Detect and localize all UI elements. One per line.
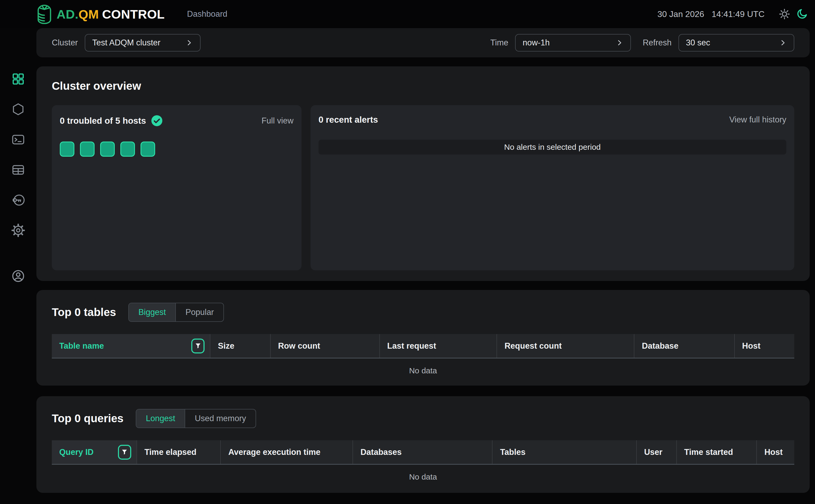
alerts-empty-message: No alerts in selected period bbox=[318, 140, 786, 155]
header-right: 30 Jan 2026 14:41:49 UTC bbox=[658, 8, 815, 20]
column-header-label: Host bbox=[742, 341, 761, 351]
cluster-select-value: Test ADQM cluster bbox=[92, 38, 160, 48]
full-view-link[interactable]: Full view bbox=[261, 116, 293, 126]
time-filter-group: Time now-1h bbox=[491, 34, 631, 52]
refresh-label: Refresh bbox=[643, 38, 672, 48]
column-header-label: Table name bbox=[59, 341, 104, 351]
sidebar-item-settings[interactable] bbox=[0, 215, 36, 245]
column-header-tables[interactable]: Tables bbox=[492, 440, 636, 464]
column-header-label: Size bbox=[218, 341, 234, 351]
column-header-label: Databases bbox=[360, 447, 401, 457]
column-header-label: User bbox=[644, 447, 663, 457]
host-status-square[interactable] bbox=[140, 142, 155, 157]
column-header-time-started[interactable]: Time started bbox=[676, 440, 757, 464]
column-header-label: Tables bbox=[500, 447, 526, 457]
top-queries-title: Top 0 queries bbox=[52, 412, 123, 425]
tab-used-memory[interactable]: Used memory bbox=[185, 409, 255, 428]
column-header-host[interactable]: Host bbox=[756, 440, 794, 464]
sidebar-item-dashboard[interactable] bbox=[0, 64, 36, 94]
top-queries-section: Top 0 queries Longest Used memory Query … bbox=[36, 396, 810, 493]
current-datetime: 30 Jan 2026 14:41:49 UTC bbox=[658, 9, 765, 19]
refresh-select[interactable]: 30 sec bbox=[679, 34, 794, 52]
column-header-databases[interactable]: Databases bbox=[352, 440, 492, 464]
cluster-overview-section: Cluster overview 0 troubled of 5 hosts bbox=[36, 66, 810, 281]
cluster-select[interactable]: Test ADQM cluster bbox=[85, 34, 200, 52]
column-header-label: Time elapsed bbox=[144, 447, 196, 457]
column-header-host[interactable]: Host bbox=[734, 334, 794, 358]
column-header-last-request[interactable]: Last request bbox=[379, 334, 497, 358]
sidebar-item-profile[interactable] bbox=[0, 261, 36, 291]
top-tables-tabs: Biggest Popular bbox=[128, 303, 224, 322]
time-select-value: now-1h bbox=[523, 38, 550, 48]
host-status-square[interactable] bbox=[120, 142, 135, 157]
chevron-right-icon bbox=[185, 39, 193, 47]
hexagon-icon bbox=[11, 102, 25, 116]
host-status-square[interactable] bbox=[80, 142, 95, 157]
filter-bar: Cluster Test ADQM cluster Time now-1h bbox=[36, 28, 810, 57]
host-status-square[interactable] bbox=[60, 142, 74, 157]
column-header-size[interactable]: Size bbox=[210, 334, 270, 358]
terminal-icon bbox=[11, 133, 25, 147]
overview-cards: 0 troubled of 5 hosts Full view bbox=[52, 105, 794, 270]
brand-logo[interactable]: AD.QMCONTROL bbox=[35, 3, 165, 25]
refresh-select-value: 30 sec bbox=[686, 38, 710, 48]
sidebar-item-tables[interactable] bbox=[0, 155, 36, 185]
check-circle-icon bbox=[151, 115, 163, 127]
column-header-table-name[interactable]: Table name bbox=[52, 334, 210, 358]
brand-name: AD.QMCONTROL bbox=[57, 7, 165, 22]
hosts-card-title: 0 troubled of 5 hosts bbox=[60, 115, 163, 127]
hosts-card-title-text: 0 troubled of 5 hosts bbox=[60, 116, 146, 126]
queries-no-data: No data bbox=[52, 465, 794, 489]
brand-qm: QM bbox=[78, 7, 99, 21]
alerts-card-header: 0 recent alerts View full history bbox=[318, 115, 786, 125]
tab-popular[interactable]: Popular bbox=[175, 303, 223, 321]
column-header-label: Database bbox=[642, 341, 679, 351]
column-header-query-id[interactable]: Query ID bbox=[52, 440, 136, 464]
cluster-label: Cluster bbox=[52, 38, 78, 48]
top-header: AD.QMCONTROL Dashboard 30 Jan 2026 14:41… bbox=[0, 0, 815, 28]
top-queries-tabs: Longest Used memory bbox=[136, 409, 256, 428]
host-status-grid bbox=[60, 142, 293, 157]
column-header-user[interactable]: User bbox=[636, 440, 676, 464]
dashboard-grid-icon bbox=[11, 72, 25, 86]
sidebar-item-queries[interactable] bbox=[0, 124, 36, 155]
tables-no-data: No data bbox=[52, 358, 794, 383]
column-header-database[interactable]: Database bbox=[634, 334, 734, 358]
tab-longest[interactable]: Longest bbox=[136, 409, 185, 428]
query-id-filter-button[interactable] bbox=[118, 445, 131, 460]
sidebar bbox=[0, 28, 36, 504]
cluster-overview-title: Cluster overview bbox=[52, 80, 794, 92]
adqm-logo-icon bbox=[35, 3, 54, 25]
sun-icon bbox=[778, 8, 791, 20]
brand-ad: AD. bbox=[57, 7, 78, 21]
table-name-filter-button[interactable] bbox=[191, 339, 204, 353]
alerts-card: 0 recent alerts View full history No ale… bbox=[310, 105, 794, 270]
host-status-square[interactable] bbox=[100, 142, 115, 157]
column-header-average-execution-time[interactable]: Average execution time bbox=[220, 440, 352, 464]
refresh-filter-group: Refresh 30 sec bbox=[643, 34, 794, 52]
column-header-row-count[interactable]: Row count bbox=[270, 334, 379, 358]
sidebar-item-access[interactable] bbox=[0, 185, 36, 215]
column-header-request-count[interactable]: Request count bbox=[497, 334, 634, 358]
dark-theme-button[interactable] bbox=[796, 8, 808, 20]
brand-control: CONTROL bbox=[102, 7, 165, 21]
top-queries-header: Top 0 queries Longest Used memory bbox=[52, 409, 794, 428]
nav-dashboard[interactable]: Dashboard bbox=[187, 9, 227, 19]
key-icon bbox=[11, 193, 25, 207]
adqm-control-dashboard: AD.QMCONTROL Dashboard 30 Jan 2026 14:41… bbox=[0, 0, 815, 504]
light-theme-button[interactable] bbox=[778, 8, 791, 20]
tab-biggest[interactable]: Biggest bbox=[129, 303, 175, 321]
sidebar-item-cluster[interactable] bbox=[0, 94, 36, 124]
view-full-history-link[interactable]: View full history bbox=[729, 115, 786, 125]
time-select[interactable]: now-1h bbox=[515, 34, 631, 52]
top-tables-section: Top 0 tables Biggest Popular Table name … bbox=[36, 290, 810, 386]
hosts-card-header: 0 troubled of 5 hosts Full view bbox=[60, 115, 293, 127]
chevron-right-icon bbox=[779, 39, 787, 47]
alerts-card-title: 0 recent alerts bbox=[318, 115, 378, 125]
table-icon bbox=[11, 163, 25, 177]
column-header-time-elapsed[interactable]: Time elapsed bbox=[136, 440, 220, 464]
moon-icon bbox=[796, 8, 808, 20]
cluster-filter-group: Cluster Test ADQM cluster bbox=[52, 34, 200, 52]
column-header-label: Last request bbox=[387, 341, 436, 351]
chevron-right-icon bbox=[616, 39, 624, 47]
